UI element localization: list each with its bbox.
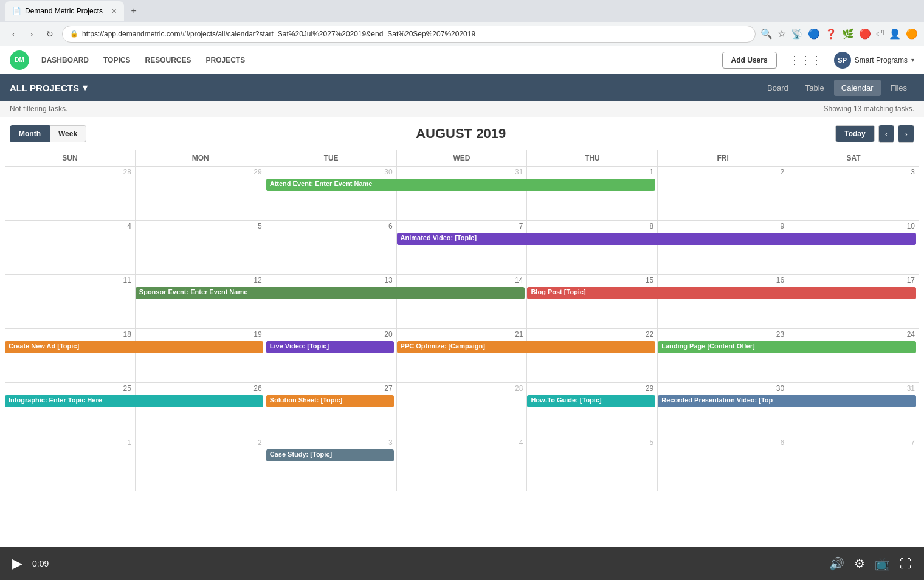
- calendar-event[interactable]: Solution Sheet: [Topic]: [266, 395, 394, 407]
- calendar-day[interactable]: 4: [397, 437, 528, 491]
- close-tab-icon[interactable]: ✕: [111, 7, 117, 15]
- calendar-day[interactable]: 8: [527, 221, 658, 274]
- grid-icon[interactable]: ⋮⋮⋮: [789, 54, 822, 67]
- reload-button[interactable]: ↻: [43, 27, 57, 41]
- calendar-event[interactable]: Animated Video: [Topic]: [397, 233, 917, 245]
- calendar-day[interactable]: 30: [266, 167, 397, 220]
- calendar-day[interactable]: 27: [266, 383, 397, 437]
- day-number: 4: [398, 438, 526, 448]
- calendar-event[interactable]: Sponsor Event: Enter Event Name: [136, 287, 525, 299]
- view-board[interactable]: Board: [760, 80, 796, 96]
- account-icon[interactable]: 🟠: [906, 28, 918, 40]
- view-calendar[interactable]: Calendar: [834, 80, 881, 96]
- user-name[interactable]: Smart Programs: [855, 56, 908, 64]
- calendar-event[interactable]: Blog Post [Topic]: [527, 287, 916, 299]
- calendar-day[interactable]: 22: [527, 329, 658, 382]
- prev-month-button[interactable]: ‹: [878, 125, 895, 143]
- extension-icon-4[interactable]: 🌿: [842, 28, 854, 40]
- calendar-day[interactable]: 7: [397, 221, 528, 274]
- day-number: 7: [398, 222, 526, 232]
- calendar-day[interactable]: 15: [527, 275, 658, 328]
- calendar-day[interactable]: 25: [5, 383, 136, 437]
- calendar-day[interactable]: 26: [136, 383, 266, 437]
- calendar-event[interactable]: Create New Ad [Topic]: [5, 341, 263, 353]
- extension-icon-6[interactable]: ⏎: [876, 28, 884, 40]
- calendar-day[interactable]: 11: [5, 275, 136, 328]
- url-bar[interactable]: 🔒 https://app.demandmetric.com/#!/projec…: [62, 26, 756, 43]
- calendar-day[interactable]: 1: [5, 437, 136, 491]
- calendar-day[interactable]: 29: [136, 167, 266, 220]
- day-number: 29: [137, 168, 264, 178]
- calendar-event[interactable]: How-To Guide: [Topic]: [527, 395, 655, 407]
- calendar-day[interactable]: 3: [788, 167, 919, 220]
- calendar-day[interactable]: 4: [5, 221, 136, 274]
- day-number: 9: [659, 222, 787, 232]
- calendar-event[interactable]: Recorded Presentation Video: [Top: [658, 395, 916, 407]
- extension-icon-3[interactable]: ❓: [825, 28, 837, 40]
- calendar-day[interactable]: 9: [658, 221, 788, 274]
- day-header-thu: THU: [527, 150, 658, 166]
- calendar-day[interactable]: 31: [788, 383, 919, 437]
- month-button[interactable]: Month: [10, 125, 50, 142]
- calendar-day[interactable]: 2: [136, 437, 266, 491]
- forward-button[interactable]: ›: [24, 27, 39, 41]
- calendar-day[interactable]: 19: [136, 329, 266, 382]
- nav-resources[interactable]: RESOURCES: [145, 56, 191, 64]
- day-number: 15: [528, 276, 656, 286]
- calendar-day[interactable]: 24: [788, 329, 919, 382]
- project-title[interactable]: ALL PROJECTS ▾: [10, 82, 88, 93]
- calendar-day[interactable]: 6: [658, 437, 788, 491]
- calendar-day[interactable]: 14: [397, 275, 528, 328]
- calendar-event[interactable]: Case Study: [Topic]: [266, 449, 394, 461]
- calendar-day[interactable]: 12: [136, 275, 266, 328]
- calendar-day[interactable]: 10: [788, 221, 919, 274]
- calendar-day[interactable]: 28: [5, 167, 136, 220]
- nav-dashboard[interactable]: DASHBOARD: [41, 56, 89, 64]
- calendar-day[interactable]: 28: [397, 383, 528, 437]
- view-table[interactable]: Table: [798, 80, 832, 96]
- calendar-day[interactable]: 1: [527, 167, 658, 220]
- calendar-day[interactable]: 23: [658, 329, 788, 382]
- calendar-day[interactable]: 31: [397, 167, 528, 220]
- calendar-day[interactable]: 6: [266, 221, 397, 274]
- calendar-event[interactable]: Attend Event: Enter Event Name: [266, 179, 655, 191]
- calendar-event[interactable]: Live Video: [Topic]: [266, 341, 394, 353]
- week-button[interactable]: Week: [50, 125, 86, 142]
- calendar-event[interactable]: PPC Optimize: [Campaign]: [397, 341, 655, 353]
- back-button[interactable]: ‹: [6, 27, 21, 41]
- today-button[interactable]: Today: [835, 125, 874, 142]
- next-month-button[interactable]: ›: [898, 125, 914, 143]
- calendar-day[interactable]: 21: [397, 329, 528, 382]
- new-tab-button[interactable]: +: [126, 4, 141, 18]
- day-number: 26: [137, 384, 264, 394]
- calendar-day[interactable]: 3: [266, 437, 397, 491]
- bookmark-icon[interactable]: ☆: [777, 28, 786, 40]
- calendar-event[interactable]: Infographic: Enter Topic Here: [5, 395, 263, 407]
- add-users-button[interactable]: Add Users: [722, 52, 777, 69]
- day-number: 12: [137, 276, 264, 286]
- extension-icon-5[interactable]: 🔴: [859, 28, 871, 40]
- calendar-day[interactable]: 13: [266, 275, 397, 328]
- calendar-day[interactable]: 30: [658, 383, 788, 437]
- search-icon[interactable]: 🔍: [760, 28, 773, 40]
- extension-icon-2[interactable]: 🔵: [808, 28, 820, 40]
- calendar-day[interactable]: 16: [658, 275, 788, 328]
- view-files[interactable]: Files: [883, 80, 914, 96]
- calendar-day[interactable]: 29: [527, 383, 658, 437]
- profile-icon[interactable]: 👤: [889, 28, 901, 40]
- active-tab[interactable]: 📄 Demand Metric Projects ✕: [5, 1, 124, 21]
- calendar-day[interactable]: 2: [658, 167, 788, 220]
- calendar-day[interactable]: 17: [788, 275, 919, 328]
- day-number: 27: [267, 384, 395, 394]
- nav-projects[interactable]: PROJECTS: [205, 56, 245, 64]
- user-dropdown-icon[interactable]: ▾: [911, 57, 914, 63]
- extension-icon-1[interactable]: 📡: [791, 28, 803, 40]
- calendar-event[interactable]: Landing Page [Content Offer]: [658, 341, 916, 353]
- day-number: 30: [267, 168, 395, 178]
- calendar-day[interactable]: 7: [788, 437, 919, 491]
- calendar-day[interactable]: 5: [136, 221, 266, 274]
- nav-topics[interactable]: TOPICS: [103, 56, 130, 64]
- calendar-day[interactable]: 5: [527, 437, 658, 491]
- calendar-day[interactable]: 18: [5, 329, 136, 382]
- calendar-day[interactable]: 20: [266, 329, 397, 382]
